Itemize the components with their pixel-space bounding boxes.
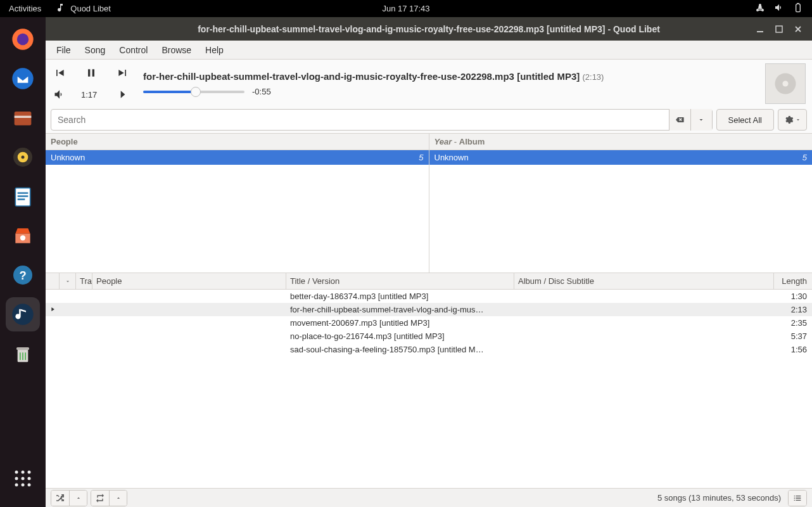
select-all-button[interactable]: Select All bbox=[716, 109, 774, 131]
volume-icon[interactable] bbox=[774, 3, 784, 15]
col-album[interactable]: Album / Disc Subtitle bbox=[514, 273, 774, 289]
album-pane-header[interactable]: Year - Album bbox=[429, 134, 813, 150]
col-length[interactable]: Length bbox=[774, 273, 812, 289]
prev-button[interactable] bbox=[49, 64, 70, 82]
minimize-button[interactable] bbox=[755, 24, 765, 34]
statusbar: 5 songs (13 minutes, 53 seconds) bbox=[46, 488, 812, 507]
col-indicator[interactable] bbox=[46, 273, 60, 289]
music-note-icon bbox=[55, 3, 65, 15]
svg-text:?: ? bbox=[19, 269, 26, 282]
close-button[interactable] bbox=[793, 24, 803, 34]
status-summary: 5 songs (13 minutes, 53 seconds) bbox=[657, 493, 781, 503]
shuffle-button[interactable] bbox=[51, 491, 69, 506]
svg-rect-31 bbox=[757, 31, 763, 32]
svg-point-26 bbox=[22, 477, 25, 480]
next-button[interactable] bbox=[113, 64, 133, 82]
svg-point-24 bbox=[28, 471, 31, 474]
libreoffice-writer-launcher[interactable] bbox=[6, 179, 40, 214]
titlebar: for-her-chill-upbeat-summel-travel-vlog-… bbox=[46, 17, 812, 41]
track-length-cell: 5:37 bbox=[774, 331, 812, 341]
svg-point-28 bbox=[15, 484, 18, 487]
tracklist-header: Tra People Title / Version Album / Disc … bbox=[46, 273, 812, 290]
svg-point-10 bbox=[22, 156, 25, 159]
track-row[interactable]: no-place-to-go-216744.mp3 [untitled MP3]… bbox=[46, 330, 812, 343]
people-row-label: Unknown bbox=[51, 153, 85, 162]
people-pane-row[interactable]: Unknown 5 bbox=[46, 150, 429, 165]
help-launcher[interactable]: ? bbox=[6, 258, 40, 292]
gnome-topbar: Activities Quod Libet Jun 17 17:43 bbox=[0, 0, 812, 17]
now-playing-duration: (2:13) bbox=[582, 72, 604, 82]
network-icon[interactable] bbox=[755, 3, 765, 15]
track-length-cell: 2:13 bbox=[774, 305, 812, 314]
svg-point-23 bbox=[22, 471, 25, 474]
quodlibet-launcher[interactable] bbox=[6, 297, 40, 331]
activities-button[interactable]: Activities bbox=[9, 4, 41, 13]
thunderbird-launcher[interactable] bbox=[6, 61, 40, 96]
now-playing-title: for-her-chill-upbeat-summel-travel-vlog-… bbox=[143, 71, 761, 82]
svg-point-30 bbox=[28, 484, 31, 487]
people-row-count: 5 bbox=[419, 153, 423, 162]
svg-point-22 bbox=[15, 471, 18, 474]
album-row-count: 5 bbox=[802, 153, 807, 162]
svg-point-4 bbox=[17, 34, 29, 45]
repeat-menu-button[interactable] bbox=[109, 491, 127, 506]
maximize-button[interactable] bbox=[774, 24, 784, 34]
svg-rect-21 bbox=[16, 347, 29, 350]
svg-point-34 bbox=[782, 80, 788, 86]
view-list-button[interactable] bbox=[789, 491, 806, 506]
app-menu[interactable]: Quod Libet bbox=[55, 3, 111, 15]
track-title-cell: for-her-chill-upbeat-summel-travel-vlog-… bbox=[286, 305, 514, 314]
track-row[interactable]: sad-soul-chasing-a-feeling-185750.mp3 [u… bbox=[46, 343, 812, 356]
menu-control[interactable]: Control bbox=[112, 42, 155, 58]
shuffle-menu-button[interactable] bbox=[69, 491, 87, 506]
menu-file[interactable]: File bbox=[49, 42, 78, 58]
svg-point-25 bbox=[15, 477, 18, 480]
track-title-cell: sad-soul-chasing-a-feeling-185750.mp3 [u… bbox=[286, 345, 514, 354]
search-dropdown-button[interactable] bbox=[690, 109, 712, 131]
search-row: Select All bbox=[46, 106, 812, 133]
svg-rect-7 bbox=[15, 116, 32, 118]
svg-point-27 bbox=[28, 477, 31, 480]
settings-menu-button[interactable] bbox=[778, 109, 807, 131]
svg-rect-14 bbox=[18, 198, 25, 200]
track-row[interactable]: better-day-186374.mp3 [untitled MP3]1:30 bbox=[46, 290, 812, 303]
clock[interactable]: Jun 17 17:43 bbox=[382, 4, 429, 13]
repeat-button[interactable] bbox=[91, 491, 109, 506]
svg-point-16 bbox=[20, 235, 25, 240]
battery-icon[interactable] bbox=[793, 3, 803, 15]
album-pane-row[interactable]: Unknown 5 bbox=[429, 150, 813, 165]
trash-launcher[interactable] bbox=[6, 337, 40, 371]
track-row[interactable]: for-her-chill-upbeat-summel-travel-vlog-… bbox=[46, 303, 812, 316]
volume-button[interactable] bbox=[49, 86, 70, 103]
track-length-cell: 1:56 bbox=[774, 345, 812, 354]
menu-help[interactable]: Help bbox=[198, 42, 231, 58]
browse-panes: People Unknown 5 Year - Album Unknown 5 bbox=[46, 133, 812, 273]
track-row[interactable]: movement-200697.mp3 [untitled MP3]2:35 bbox=[46, 316, 812, 330]
software-launcher[interactable] bbox=[6, 219, 40, 253]
seek-forward-icon[interactable] bbox=[113, 86, 133, 103]
pause-button[interactable] bbox=[81, 64, 101, 82]
dock: ? bbox=[0, 17, 46, 507]
album-row-label: Unknown bbox=[435, 153, 469, 162]
menubar: File Song Control Browse Help bbox=[46, 41, 812, 60]
col-title[interactable]: Title / Version bbox=[286, 273, 514, 289]
col-people[interactable]: People bbox=[92, 273, 286, 289]
album-art bbox=[765, 63, 806, 104]
col-sort-indicator[interactable] bbox=[60, 273, 76, 289]
menu-browse[interactable]: Browse bbox=[155, 42, 198, 58]
col-track[interactable]: Tra bbox=[76, 273, 92, 289]
rhythmbox-launcher[interactable] bbox=[6, 140, 40, 174]
search-input[interactable] bbox=[51, 110, 669, 130]
track-title-cell: movement-200697.mp3 [untitled MP3] bbox=[286, 318, 514, 328]
people-pane-header[interactable]: People bbox=[46, 134, 429, 150]
playing-indicator-icon bbox=[46, 305, 60, 314]
seek-slider[interactable] bbox=[143, 91, 244, 93]
files-launcher[interactable] bbox=[6, 101, 40, 135]
show-apps-button[interactable] bbox=[6, 461, 40, 496]
svg-point-5 bbox=[12, 68, 33, 89]
svg-rect-6 bbox=[15, 112, 32, 125]
tracklist: better-day-186374.mp3 [untitled MP3]1:30… bbox=[46, 290, 812, 488]
firefox-launcher[interactable] bbox=[6, 22, 40, 56]
menu-song[interactable]: Song bbox=[78, 42, 113, 58]
clear-search-button[interactable] bbox=[669, 109, 690, 131]
